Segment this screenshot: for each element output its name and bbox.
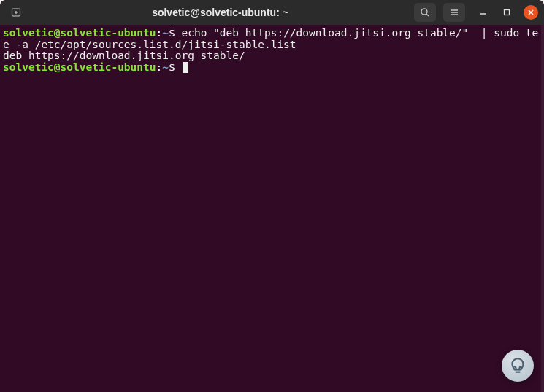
prompt-path: ~ xyxy=(162,61,169,73)
output-line: deb https://download.jitsi.org stable/ xyxy=(3,50,245,61)
prompt-colon: : xyxy=(156,61,163,73)
close-icon xyxy=(527,9,535,16)
svg-line-4 xyxy=(426,14,429,16)
search-icon xyxy=(420,7,430,18)
titlebar-left xyxy=(6,3,26,22)
terminal-body[interactable]: solvetic@solvetic-ubuntu:~$ echo "deb ht… xyxy=(0,25,544,392)
svg-rect-9 xyxy=(505,10,510,15)
window-title: solvetic@solvetic-ubuntu: ~ xyxy=(31,7,410,18)
close-button[interactable] xyxy=(524,5,538,20)
minimize-button[interactable] xyxy=(477,6,490,19)
prompt-symbol: $ xyxy=(169,27,175,39)
scrollbar[interactable] xyxy=(541,25,544,392)
menu-icon xyxy=(449,7,459,18)
new-tab-icon xyxy=(10,7,22,18)
titlebar-right xyxy=(414,3,538,22)
terminal-window: solvetic@solvetic-ubuntu: ~ xyxy=(0,0,544,392)
prompt-symbol: $ xyxy=(169,61,175,73)
minimize-icon xyxy=(479,8,488,17)
new-tab-button[interactable] xyxy=(6,3,26,22)
svg-point-3 xyxy=(421,9,427,15)
maximize-icon xyxy=(502,8,511,17)
window-controls xyxy=(477,5,538,20)
prompt-user: solvetic@solvetic-ubuntu xyxy=(3,27,156,39)
prompt-path: ~ xyxy=(162,27,169,39)
prompt-user: solvetic@solvetic-ubuntu xyxy=(3,61,156,73)
cursor xyxy=(183,62,188,73)
assistant-bubble[interactable] xyxy=(502,350,534,382)
prompt-colon: : xyxy=(156,27,163,39)
menu-button[interactable] xyxy=(443,3,465,22)
lightbulb-icon xyxy=(508,356,527,375)
titlebar: solvetic@solvetic-ubuntu: ~ xyxy=(0,0,544,25)
maximize-button[interactable] xyxy=(500,6,513,19)
search-button[interactable] xyxy=(414,3,436,22)
